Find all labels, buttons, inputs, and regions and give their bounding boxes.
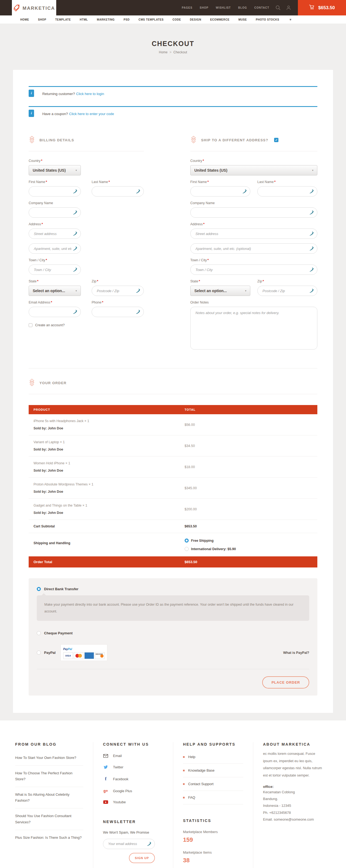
- cheque-payment-label: Cheque Payment: [44, 631, 72, 635]
- shipping-state-select[interactable]: Select an option...▼: [190, 286, 250, 296]
- nav-marketing[interactable]: MARKETING: [97, 18, 115, 21]
- coupon-link[interactable]: Click here to enter your code: [69, 112, 114, 116]
- info-icon: i: [29, 90, 34, 97]
- pen-icon: [136, 189, 140, 193]
- pen-icon: [136, 309, 140, 314]
- first-name-label: First Name*: [29, 180, 81, 184]
- social-email[interactable]: Email: [103, 750, 163, 761]
- blog-link[interactable]: How To Start Your Own Fashion Store?: [15, 750, 83, 766]
- login-link[interactable]: Click here to login: [76, 92, 104, 96]
- topnav-pages[interactable]: PAGES: [182, 6, 193, 9]
- help-link[interactable]: Help: [183, 750, 243, 764]
- town-label: Town / City*: [190, 258, 317, 262]
- international-delivery-radio[interactable]: [185, 547, 189, 551]
- paypal-radio[interactable]: [37, 651, 41, 655]
- phone-label: Phone*: [92, 301, 144, 304]
- shipping-zip-input[interactable]: [257, 286, 317, 296]
- breadcrumb-current: Checkout: [174, 50, 187, 54]
- billing-section: BILLING DETAILS Country* United States (…: [29, 136, 144, 355]
- help-link[interactable]: Knowladge Base: [183, 764, 243, 777]
- blog-link[interactable]: What is So Alluring About Celebrity Fash…: [15, 787, 83, 808]
- social-googleplus[interactable]: g+ Google Plus: [103, 785, 163, 797]
- footer-help-column: HELP AND SUPPORTS Help Knowladge Base Co…: [173, 742, 253, 868]
- shipping-label: Shipping and Handling: [29, 538, 185, 545]
- create-account-checkbox[interactable]: [29, 323, 32, 327]
- ship-different-checkbox[interactable]: ✓: [274, 138, 278, 142]
- pen-icon: [73, 246, 77, 251]
- place-order-button[interactable]: PLACE ORDER: [262, 676, 309, 688]
- cheque-payment-radio[interactable]: [37, 631, 41, 635]
- breadcrumb-home[interactable]: Home: [159, 50, 168, 54]
- nav-shop[interactable]: SHOP: [38, 18, 46, 21]
- pen-icon: [309, 267, 314, 272]
- billing-country-select[interactable]: United States (US)▼: [29, 165, 81, 176]
- shipping-apartment-input[interactable]: [190, 243, 317, 254]
- shipping-last-name-input[interactable]: [257, 186, 317, 196]
- nav-ecommerce[interactable]: ECOMMERCE: [210, 18, 230, 21]
- cart-button[interactable]: $653.50: [298, 0, 346, 16]
- topnav-wishlist[interactable]: WISHLIST: [216, 6, 231, 9]
- shipping-country-select[interactable]: United States (US)▼: [190, 165, 317, 176]
- nav-home[interactable]: HOME: [20, 18, 29, 21]
- product-seller: Sold by: John Doe: [34, 427, 180, 430]
- company-label: Company Name: [29, 201, 81, 205]
- social-facebook[interactable]: f Facebook: [103, 773, 163, 785]
- about-heading: ABOUT MARKETICA: [263, 742, 323, 746]
- newsletter-heading: NEWSLETTER: [103, 819, 163, 824]
- product-name: Proton Absolute Wordpress Themes × 1: [34, 483, 180, 486]
- logo[interactable]: MARKETICA: [12, 0, 56, 17]
- topnav-shop[interactable]: SHOP: [200, 6, 208, 9]
- footer: FROM OUR BLOG How To Start Your Own Fash…: [0, 720, 346, 868]
- order-row: iPhone 5s with Headphones Jack × 1 Sold …: [29, 414, 317, 435]
- nav-template[interactable]: TEMPLATE: [55, 18, 71, 21]
- help-link[interactable]: FAQ: [183, 791, 243, 804]
- nav-photo-stocks[interactable]: PHOTO STOCKS: [256, 18, 279, 21]
- social-youtube[interactable]: Youtube: [103, 797, 163, 808]
- shipping-street-input[interactable]: [190, 228, 317, 239]
- stat-value: 38: [183, 857, 243, 864]
- nav-psd[interactable]: PSD: [124, 18, 130, 21]
- order-notes-textarea[interactable]: [190, 307, 317, 349]
- more-menu-icon[interactable]: »: [289, 19, 292, 21]
- stat-label: Marketplace Items: [183, 850, 243, 855]
- pen-icon: [309, 210, 314, 215]
- social-twitter[interactable]: Twitter: [103, 761, 163, 773]
- address-label: Address*: [190, 222, 317, 226]
- nav-code[interactable]: CODE: [172, 18, 181, 21]
- mastercard-icon: [74, 652, 83, 659]
- bank-transfer-radio[interactable]: [37, 587, 41, 591]
- product-total: $18.00: [185, 465, 195, 469]
- nav-html[interactable]: HTML: [80, 18, 88, 21]
- search-icon[interactable]: [275, 5, 281, 10]
- blog-link[interactable]: Plus Size Fashion: Is There Such a Thing…: [15, 830, 83, 845]
- nav-design[interactable]: DESIGN: [190, 18, 201, 21]
- topnav-blog[interactable]: BLOG: [238, 6, 247, 9]
- newsletter-text: We Won't Spam, We Promise: [103, 830, 163, 834]
- shipping-company-input[interactable]: [190, 207, 317, 218]
- address-label: Address*: [29, 222, 81, 226]
- country-label: Country*: [29, 159, 81, 163]
- shipping-first-name-input[interactable]: [190, 186, 250, 196]
- order-table: PRODUCT TOTAL iPhone 5s with Headphones …: [29, 405, 317, 567]
- product-name: iPhone 5s with Headphones Jack × 1: [34, 419, 180, 423]
- free-shipping-radio[interactable]: [185, 538, 189, 542]
- chevron-down-icon: ▼: [75, 169, 77, 172]
- checkout-panel: i Returning customer? Click here to logi…: [13, 70, 333, 713]
- shipping-town-input[interactable]: [190, 265, 317, 275]
- order-row: Proton Absolute Wordpress Themes × 1 Sol…: [29, 477, 317, 499]
- order-total-row: Order Total $653.50: [29, 556, 317, 567]
- blog-link[interactable]: Should You Use Fashion Consultant Servic…: [15, 808, 83, 830]
- topnav-contact[interactable]: CONTACT: [254, 6, 269, 9]
- billing-state-select[interactable]: Select an option...▼: [29, 286, 81, 296]
- help-link[interactable]: Contact Support: [183, 777, 243, 791]
- nav-muse[interactable]: MUSE: [238, 18, 247, 21]
- what-is-paypal-link[interactable]: What is PayPal?: [283, 651, 309, 655]
- user-icon[interactable]: [286, 5, 291, 10]
- blog-link[interactable]: How To Choose The Perfect Fashion Store?: [15, 766, 83, 787]
- nav-cms-templates[interactable]: CMS TEMPLATES: [139, 18, 164, 21]
- googleplus-icon: g+: [103, 789, 108, 793]
- breadcrumb-separator: >: [170, 50, 171, 54]
- product-seller: Sold by: John Doe: [34, 511, 180, 515]
- signup-button[interactable]: SIGN UP: [129, 853, 155, 863]
- layers-icon: [190, 136, 197, 144]
